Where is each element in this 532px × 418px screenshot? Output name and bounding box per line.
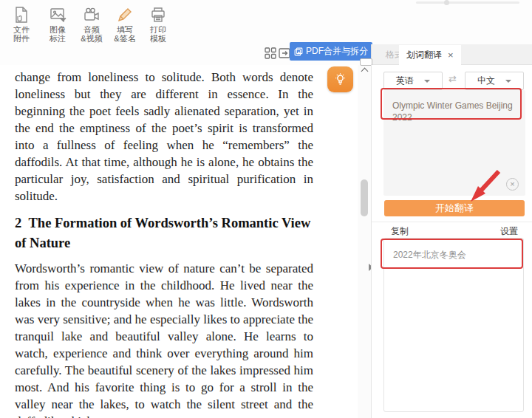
document-scrollbar: [358, 65, 371, 418]
tool-label: 打印 模板: [141, 25, 175, 43]
file-attachment-icon: [13, 6, 30, 24]
document-page: change from loneliness to solitude. Both…: [0, 65, 358, 418]
zoom-slider-knob[interactable]: [444, 0, 449, 5]
settings-button[interactable]: 设置: [500, 225, 518, 238]
tab-translate-label: 划词翻译: [406, 49, 442, 61]
translate-panel: 英语 ⇄ 中文 Olympic Winter Games Beijing 202…: [371, 65, 532, 418]
section-divider: [372, 222, 532, 222]
thumbnail-grid-icon[interactable]: [265, 47, 276, 59]
source-language-value: 英语: [396, 75, 414, 87]
tool-label: 图像 标注: [41, 25, 75, 43]
audio-video-button[interactable]: 音频 &视频: [75, 6, 109, 43]
target-language-select[interactable]: 中文: [465, 72, 524, 90]
start-translate-button[interactable]: 开始翻译: [384, 200, 525, 216]
image-annotation-icon: [49, 6, 66, 24]
panel-tabbar: 格式 划词翻译 ×: [371, 44, 532, 65]
tab-translate[interactable]: 划词翻译 ×: [399, 45, 461, 65]
audio-video-icon: [83, 6, 100, 24]
document-text: change from loneliness to solitude. Both…: [15, 69, 313, 418]
close-tab-icon[interactable]: ×: [448, 50, 454, 60]
target-language-value: 中文: [477, 75, 495, 87]
tool-label: 填写 &签名: [108, 25, 142, 43]
source-language-select[interactable]: 英语: [383, 72, 443, 90]
lightbulb-tip-button[interactable]: [327, 66, 353, 92]
zoom-slider[interactable]: [416, 1, 519, 4]
print-template-icon: [149, 6, 167, 24]
scrollbar-thumb[interactable]: [361, 179, 368, 216]
scroll-up-arrow[interactable]: [361, 68, 369, 74]
page-view-icon[interactable]: [279, 47, 290, 59]
file-attachment-button[interactable]: 文件 附件: [4, 6, 38, 43]
print-template-button[interactable]: 打印 模板: [141, 6, 175, 43]
image-annotation-button[interactable]: 图像 标注: [41, 6, 75, 43]
section-heading: 2 The Formation of Wordsworth’s Romantic…: [15, 213, 313, 253]
translate-input[interactable]: Olympic Winter Games Beijing 2022: [383, 90, 525, 196]
tool-label: 音频 &视频: [75, 25, 109, 43]
fill-sign-icon: [116, 6, 134, 24]
merge-split-label: PDF合并与拆分: [306, 45, 368, 58]
tool-label: 文件 附件: [4, 25, 38, 43]
lightbulb-icon: [332, 72, 348, 87]
clear-input-icon[interactable]: ×: [506, 178, 519, 191]
paragraph: change from loneliness to solitude. Both…: [15, 69, 313, 205]
top-toolbar: 文件 附件 图像 标注 音频 &视频 填写 &签名: [0, 0, 532, 42]
pdf-editor-window: 文件 附件 图像 标注 音频 &视频 填写 &签名: [0, 0, 532, 418]
swap-languages-icon[interactable]: ⇄: [449, 73, 457, 84]
chevron-down-icon: [505, 80, 511, 83]
copy-button[interactable]: 复制: [391, 225, 409, 238]
merge-pages-icon: [294, 47, 303, 57]
fill-sign-button[interactable]: 填写 &签名: [108, 6, 142, 43]
chevron-down-icon: [424, 80, 430, 83]
paragraph: Wordsworth’s romantic view of nature can…: [15, 260, 313, 418]
translate-result: 2022年北京冬奥会: [383, 238, 524, 412]
